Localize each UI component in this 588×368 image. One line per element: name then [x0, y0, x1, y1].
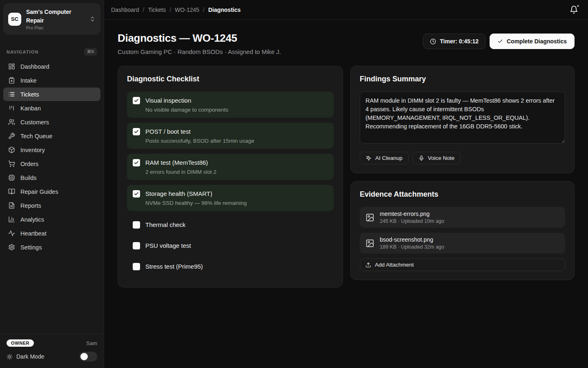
- findings-textarea[interactable]: RAM module in DIMM slot 2 is faulty — Me…: [360, 92, 565, 144]
- owner-role-badge: OWNER: [7, 339, 34, 347]
- sidebar-item-settings[interactable]: Settings: [3, 240, 100, 254]
- checklist-item-label: RAM test (MemTest86): [145, 159, 216, 167]
- checklist-item-label: Thermal check: [145, 221, 185, 229]
- package-icon: [8, 146, 15, 153]
- sidebar-item-label: Builds: [20, 175, 37, 181]
- breadcrumb-wo-1245[interactable]: WO-1245: [175, 7, 199, 13]
- attachment-row-bsod-screenshot[interactable]: bsod-screenshot.png 189 KB · Uploaded 32…: [360, 233, 565, 254]
- checklist-item-ram-test[interactable]: RAM test (MemTest86) 2 errors found in D…: [127, 154, 334, 180]
- timer-button[interactable]: Timer: 0:45:12: [423, 34, 486, 49]
- sidebar-item-intake[interactable]: Intake: [3, 74, 100, 87]
- breadcrumb-dashboard[interactable]: Dashboard: [111, 7, 139, 13]
- checklist-item-note: No visible damage to components: [145, 107, 228, 113]
- cpu-icon: [8, 174, 15, 181]
- sidebar-item-dashboard[interactable]: Dashboard: [3, 60, 100, 73]
- attachment-filename: bsod-screenshot.png: [380, 236, 444, 243]
- sidebar-item-label: Orders: [20, 161, 38, 167]
- add-attachment-label: Add Attachment: [375, 262, 414, 268]
- sidebar-item-label: Heartbeat: [20, 230, 47, 237]
- sun-icon: [7, 354, 13, 360]
- clipboard-plus-icon: [8, 77, 15, 84]
- sidebar-item-repair-guides[interactable]: Repair Guides: [3, 185, 100, 198]
- checklist-item-thermal-check[interactable]: Thermal check: [127, 216, 334, 234]
- page-title: Diagnostics — WO-1245: [118, 32, 281, 45]
- voice-note-button[interactable]: Voice Note: [412, 152, 461, 164]
- breadcrumb-tickets[interactable]: Tickets: [148, 7, 166, 13]
- image-icon: [365, 213, 374, 222]
- workspace-avatar: SC: [8, 13, 21, 26]
- nav-section-label: NAVIGATION: [7, 49, 38, 54]
- shopping-cart-icon: [8, 160, 15, 167]
- sidebar-item-label: Analytics: [20, 216, 44, 223]
- voice-note-label: Voice Note: [428, 155, 454, 161]
- dark-mode-label: Dark Mode: [16, 353, 44, 360]
- notifications-button[interactable]: [569, 4, 579, 15]
- checkbox-checked[interactable]: [133, 97, 140, 104]
- sidebar-item-builds[interactable]: Builds: [3, 171, 100, 184]
- breadcrumb: Dashboard / Tickets / WO-1245 / Diagnost…: [111, 7, 241, 13]
- breadcrumb-current: Diagnostics: [208, 7, 241, 13]
- sidebar-item-heartbeat[interactable]: Heartbeat: [3, 227, 100, 240]
- workspace-info: Sam's Computer Repair Pro Plan: [26, 8, 85, 30]
- add-attachment-button[interactable]: Add Attachment: [360, 258, 565, 271]
- breadcrumb-separator: /: [169, 7, 171, 13]
- sidebar-item-label: Inventory: [20, 147, 45, 153]
- checklist-item-psu-voltage-test[interactable]: PSU voltage test: [127, 237, 334, 255]
- page-header: Diagnostics — WO-1245 Custom Gaming PC ·…: [118, 32, 575, 55]
- sidebar-item-kanban[interactable]: Kanban: [3, 101, 100, 115]
- checklist-item-label: PSU voltage test: [145, 242, 191, 250]
- sidebar-item-customers[interactable]: Customers: [3, 115, 100, 129]
- users-icon: [8, 119, 15, 126]
- gear-icon: [8, 244, 15, 251]
- ai-cleanup-label: AI Cleanup: [375, 155, 403, 161]
- checkbox-unchecked[interactable]: [133, 263, 140, 270]
- complete-diagnostics-button[interactable]: Complete Diagnostics: [490, 34, 575, 49]
- checklist-item-storage-health[interactable]: Storage health (SMART) NVMe SSD healthy …: [127, 185, 334, 211]
- clock-icon: [430, 38, 436, 45]
- user-name: Sam: [86, 340, 97, 346]
- checklist-item-visual-inspection[interactable]: Visual inspection No visible damage to c…: [127, 92, 334, 118]
- attachment-row-memtest-errors[interactable]: memtest-errors.png 245 KB · Uploaded 10m…: [360, 207, 565, 228]
- sidebar-item-label: Dashboard: [20, 63, 49, 70]
- sidebar-item-tech-queue[interactable]: Tech Queue: [3, 129, 100, 143]
- checklist-item-stress-test[interactable]: Stress test (Prime95): [127, 258, 334, 276]
- checklist-item-label: Visual inspection: [145, 96, 228, 105]
- dark-mode-toggle[interactable]: [79, 352, 97, 361]
- topbar: Dashboard / Tickets / WO-1245 / Diagnost…: [104, 0, 588, 20]
- sidebar-item-orders[interactable]: Orders: [3, 157, 100, 171]
- sidebar-item-label: Settings: [20, 244, 42, 251]
- findings-title: Findings Summary: [360, 75, 565, 83]
- checkbox-checked[interactable]: [133, 190, 140, 197]
- evidence-attachments-card: Evidence Attachments memtest-errors.png …: [350, 181, 575, 280]
- sidebar-item-inventory[interactable]: Inventory: [3, 143, 100, 157]
- sidebar: SC Sam's Computer Repair Pro Plan NAVIGA…: [0, 0, 104, 368]
- list-icon: [8, 91, 15, 98]
- checklist-item-label: Stress test (Prime95): [145, 263, 203, 271]
- checkbox-unchecked[interactable]: [133, 242, 140, 249]
- complete-diagnostics-label: Complete Diagnostics: [507, 38, 567, 45]
- workspace-name: Sam's Computer Repair: [26, 8, 85, 25]
- sidebar-item-label: Customers: [20, 119, 49, 126]
- notification-dot: [577, 5, 579, 7]
- command-k-shortcut[interactable]: ⌘K: [84, 48, 97, 56]
- diagnostic-checklist-card: Diagnostic Checklist Visual inspection N…: [118, 66, 343, 287]
- attachment-meta: 245 KB · Uploaded 10m ago: [380, 218, 444, 224]
- checkbox-checked[interactable]: [133, 159, 140, 166]
- ai-cleanup-button[interactable]: AI Cleanup: [360, 152, 409, 164]
- checklist-item-note: Posts successfully, BSOD after 15min usa…: [145, 138, 254, 144]
- sidebar-item-analytics[interactable]: Analytics: [3, 213, 100, 226]
- attachment-meta: 189 KB · Uploaded 32m ago: [380, 244, 444, 250]
- sidebar-item-reports[interactable]: Reports: [3, 199, 100, 212]
- sidebar-item-tickets[interactable]: Tickets: [3, 88, 100, 101]
- checklist-item-note: 2 errors found in DIMM slot 2: [145, 169, 216, 175]
- checklist-item-post-boot-test[interactable]: POST / boot test Posts successfully, BSO…: [127, 123, 334, 149]
- checklist-item-label: POST / boot test: [145, 128, 254, 136]
- file-text-icon: [8, 202, 15, 209]
- checkbox-unchecked[interactable]: [133, 221, 140, 229]
- page-content: Diagnostics — WO-1245 Custom Gaming PC ·…: [104, 20, 588, 368]
- checkbox-checked[interactable]: [133, 128, 140, 135]
- checklist-item-label: Storage health (SMART): [145, 190, 247, 198]
- workspace-switcher[interactable]: SC Sam's Computer Repair Pro Plan: [3, 3, 100, 35]
- wrench-icon: [8, 132, 15, 139]
- sidebar-item-label: Tech Queue: [20, 133, 52, 139]
